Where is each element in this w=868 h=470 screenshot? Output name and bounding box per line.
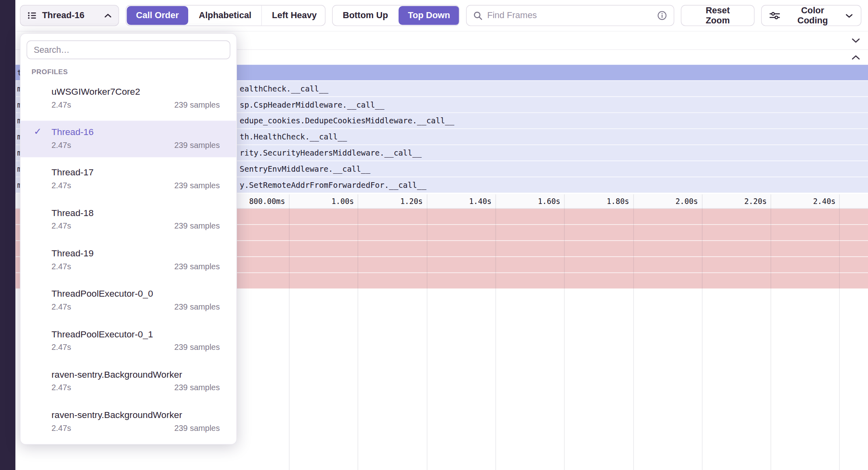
profile-duration: 2.47s — [52, 219, 71, 233]
time-tick-label: 2.00s — [626, 194, 698, 208]
profile-list-item[interactable]: ✓ raven-sentry.BackgroundWorker 2.47s 23… — [21, 403, 237, 440]
profile-list-item[interactable]: ✓ ThreadPoolExecutor-0_0 2.47s 239 sampl… — [21, 283, 237, 319]
profile-name: Thread-17 — [52, 166, 220, 179]
find-frames-box — [466, 5, 675, 26]
profile-duration: 2.47s — [52, 138, 71, 152]
thread-dropdown-panel: PROFILES ✓ uWSGIWorker7Core2 2.47s 239 s… — [20, 33, 237, 445]
toolbar: Thread-16 Call OrderAlphabeticalLeft Hea… — [15, 0, 868, 31]
seg-option-top-down[interactable]: Top Down — [399, 6, 459, 25]
profile-list: ✓ uWSGIWorker7Core2 2.47s 239 samples ✓ … — [21, 80, 237, 440]
profile-samples: 239 samples — [174, 219, 220, 233]
profile-samples: 239 samples — [174, 260, 220, 273]
profile-duration: 2.47s — [52, 179, 71, 193]
info-icon[interactable] — [657, 10, 667, 21]
frame-label-text: edupe_cookies.DedupeCookiesMiddleware.__… — [240, 113, 455, 128]
dropdown-search-input[interactable] — [27, 40, 230, 59]
profile-name: ThreadPoolExecutor-0_1 — [52, 327, 220, 341]
frame-label-text: rity.SecurityHeadersMiddleware.__call__ — [240, 145, 422, 160]
profile-name: raven-sentry.BackgroundWorker — [52, 368, 220, 381]
profiler-app: Thread-16 Call OrderAlphabeticalLeft Hea… — [0, 0, 868, 470]
profile-name: Thread-18 — [52, 206, 220, 219]
profile-duration: 2.47s — [52, 421, 71, 435]
profile-samples: 239 samples — [174, 421, 220, 435]
sort-segmented-control: Call OrderAlphabeticalLeft Heavy — [125, 5, 325, 26]
direction-segmented-control: Bottom UpTop Down — [332, 5, 459, 26]
time-tick-label: 1.40s — [419, 194, 492, 208]
time-tick-label: 1.60s — [488, 194, 561, 208]
frame-label-text: th.HealthCheck.__call__ — [240, 129, 347, 144]
profile-list-item[interactable]: ✓ uWSGIWorker7Core2 2.47s 239 samples — [21, 80, 237, 117]
profile-name: uWSGIWorker7Core2 — [52, 85, 220, 98]
seg-option-bottom-up[interactable]: Bottom Up — [333, 6, 398, 25]
sliders-icon — [769, 11, 780, 20]
profile-name: Thread-19 — [52, 246, 220, 260]
color-coding-button[interactable]: Color Coding — [761, 5, 862, 26]
time-tick-label: 1.80s — [557, 194, 629, 208]
profile-duration: 2.47s — [52, 381, 71, 395]
profile-list-item[interactable]: ✓ raven-sentry.BackgroundWorker 2.47s 23… — [21, 363, 237, 400]
profile-duration: 2.47s — [52, 300, 71, 314]
seg-option-call-order[interactable]: Call Order — [127, 6, 188, 25]
thread-selector-button[interactable]: Thread-16 — [20, 5, 119, 26]
frame-label-text: y.SetRemoteAddrFromForwardedFor.__call__ — [240, 177, 426, 193]
time-tick-label: 1.00s — [282, 194, 354, 208]
profile-duration: 2.47s — [52, 98, 71, 112]
time-tick-label: 2.20s — [695, 194, 767, 208]
profile-duration: 2.47s — [52, 260, 71, 273]
collapse-chevron-up-icon[interactable] — [851, 54, 860, 60]
chevron-up-icon — [104, 13, 112, 18]
app-sidebar-strip — [0, 0, 15, 470]
profile-list-item[interactable]: ✓ Thread-16 2.47s 239 samples — [21, 121, 237, 157]
profile-name: raven-sentry.BackgroundWorker — [52, 408, 220, 421]
chevron-down-icon — [845, 13, 853, 18]
frame-label-text: ealthCheck.__call__ — [240, 81, 328, 96]
profile-name: Thread-16 — [52, 125, 220, 138]
profile-samples: 239 samples — [174, 179, 220, 193]
find-frames-input[interactable] — [487, 10, 653, 21]
frame-label-text: sp.CspHeaderMiddleware.__call__ — [240, 97, 384, 112]
profile-list-item[interactable]: ✓ Thread-17 2.47s 239 samples — [21, 161, 237, 198]
profile-samples: 239 samples — [174, 381, 220, 395]
frame-label-text: SentryEnvMiddleware.__call__ — [240, 161, 370, 177]
profiles-section-label: PROFILES — [31, 68, 236, 76]
profile-duration: 2.47s — [52, 341, 71, 354]
profile-name: ThreadPoolExecutor-0_0 — [52, 287, 220, 300]
search-icon — [473, 11, 483, 20]
reset-zoom-button[interactable]: Reset Zoom — [681, 5, 754, 26]
thread-selector-label: Thread-16 — [42, 10, 99, 21]
list-icon — [27, 10, 37, 21]
profile-samples: 239 samples — [174, 138, 220, 152]
collapse-chevron-down-icon[interactable] — [851, 37, 860, 43]
profile-list-item[interactable]: ✓ Thread-18 2.47s 239 samples — [21, 202, 237, 238]
seg-option-alphabetical[interactable]: Alphabetical — [189, 6, 262, 25]
check-icon: ✓ — [34, 126, 42, 137]
profile-list-item[interactable]: ✓ Thread-19 2.47s 239 samples — [21, 242, 237, 279]
time-tick-label: 2.40s — [764, 194, 836, 208]
profile-list-item[interactable]: ✓ ThreadPoolExecutor-0_1 2.47s 239 sampl… — [21, 323, 237, 360]
time-tick-label: 1.20s — [351, 194, 423, 208]
profile-samples: 239 samples — [174, 98, 220, 112]
profile-samples: 239 samples — [174, 300, 220, 314]
seg-option-left-heavy[interactable]: Left Heavy — [262, 6, 326, 25]
color-coding-label: Color Coding — [785, 6, 840, 25]
profile-samples: 239 samples — [174, 341, 220, 354]
